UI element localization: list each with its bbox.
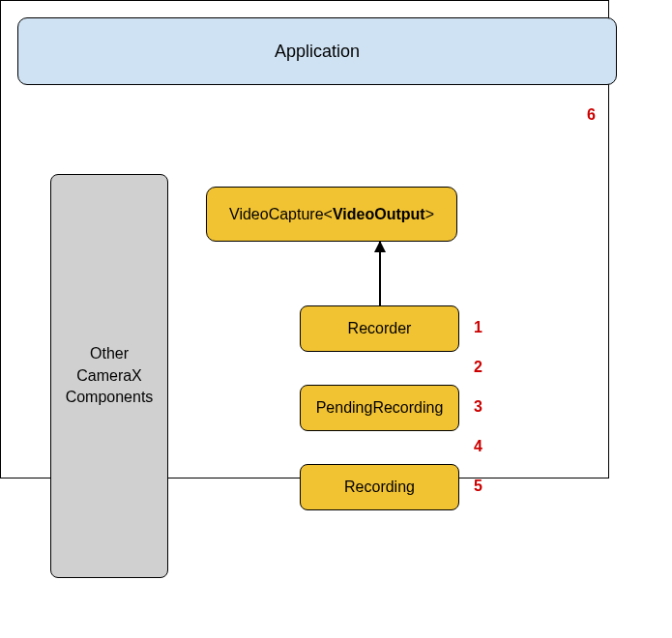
other-camerax-label: Other CameraX Components xyxy=(66,343,154,408)
videocapture-bold: VideoOutput xyxy=(333,206,425,222)
num-label-4: 4 xyxy=(474,438,482,455)
recording-box: Recording xyxy=(300,464,459,510)
pendingrecording-label: PendingRecording xyxy=(316,399,444,417)
num-label-3: 3 xyxy=(474,398,482,416)
other-camerax-box: Other CameraX Components xyxy=(50,174,168,578)
videocapture-label: VideoCapture<VideoOutput> xyxy=(229,206,434,223)
application-label: Application xyxy=(275,42,360,62)
arrow-recorder-to-videocapture xyxy=(379,242,381,305)
recorder-label: Recorder xyxy=(348,320,412,337)
videocapture-prefix: VideoCapture< xyxy=(229,206,333,222)
num-label-6: 6 xyxy=(587,106,596,124)
num-label-5: 5 xyxy=(474,478,482,495)
application-box: Application xyxy=(17,17,617,85)
recording-label: Recording xyxy=(344,478,415,496)
recorder-box: Recorder xyxy=(300,305,459,352)
pendingrecording-box: PendingRecording xyxy=(300,385,459,431)
videocapture-box: VideoCapture<VideoOutput> xyxy=(206,187,457,242)
num-label-1: 1 xyxy=(474,319,482,336)
videocapture-suffix: > xyxy=(425,206,434,222)
num-label-2: 2 xyxy=(474,359,482,376)
